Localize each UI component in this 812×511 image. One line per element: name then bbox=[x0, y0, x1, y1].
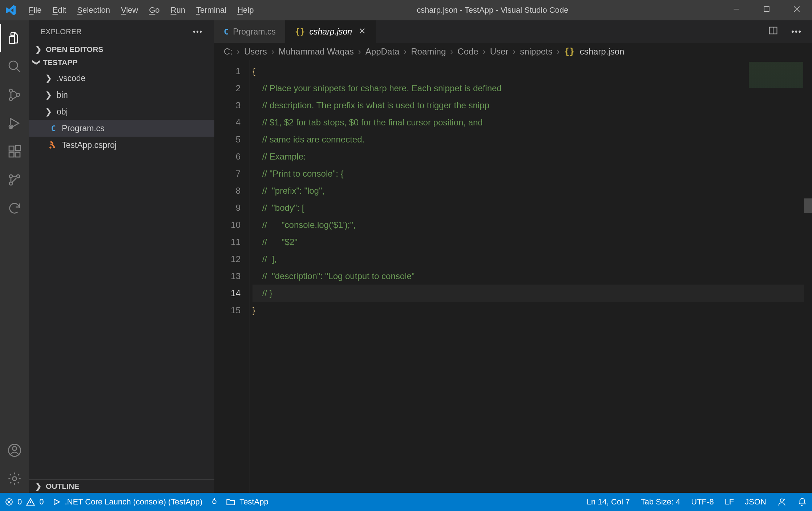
svg-point-2 bbox=[9, 89, 12, 92]
line-numbers: 123456789101112131415 bbox=[214, 60, 249, 493]
chevron-right-icon: › bbox=[235, 47, 242, 57]
tree-folder[interactable]: ❯bin bbox=[29, 86, 214, 103]
maximize-icon[interactable] bbox=[761, 5, 772, 15]
menu-selection[interactable]: Selection bbox=[77, 5, 110, 15]
code-line[interactable]: // Place your snippets for csharp here. … bbox=[253, 80, 812, 97]
encoding[interactable]: UTF-8 bbox=[691, 497, 714, 507]
svg-point-18 bbox=[780, 499, 784, 502]
code-line[interactable]: // } bbox=[253, 285, 812, 302]
svg-point-14 bbox=[13, 447, 17, 451]
code-line[interactable]: // "prefix": "log", bbox=[253, 182, 812, 199]
editor-more-icon[interactable]: ••• bbox=[791, 27, 802, 36]
breadcrumb-segment[interactable]: snippets bbox=[520, 47, 552, 57]
chevron-right-icon: › bbox=[356, 47, 363, 57]
json-file-icon: {} bbox=[295, 27, 305, 36]
notifications-icon[interactable] bbox=[797, 497, 807, 507]
code-editor[interactable]: { // Place your snippets for csharp here… bbox=[249, 60, 812, 493]
outline-header[interactable]: ❯ OUTLINE bbox=[29, 479, 214, 493]
feedback-icon[interactable] bbox=[777, 497, 787, 507]
folder-header[interactable]: ❯ TESTAPP bbox=[29, 56, 214, 69]
xml-file-icon bbox=[49, 141, 58, 149]
code-line[interactable]: // "Print to console": { bbox=[253, 165, 812, 182]
svg-point-1 bbox=[9, 61, 17, 69]
close-icon[interactable] bbox=[792, 5, 802, 15]
split-editor-icon[interactable] bbox=[768, 25, 778, 38]
menu-view[interactable]: View bbox=[121, 5, 138, 15]
chevron-right-icon: › bbox=[510, 47, 518, 57]
chevron-right-icon: ❯ bbox=[44, 73, 53, 83]
vscode-logo-icon bbox=[5, 4, 25, 16]
minimap[interactable] bbox=[749, 60, 803, 493]
menu-run[interactable]: Run bbox=[171, 5, 185, 15]
tab-program-cs[interactable]: C Program.cs bbox=[214, 20, 286, 43]
file-tree: ❯.vscode❯bin❯objCProgram.csTestApp.cspro… bbox=[29, 69, 214, 157]
code-line[interactable]: // Example: bbox=[253, 148, 812, 165]
cursor-position[interactable]: Ln 14, Col 7 bbox=[587, 497, 630, 507]
csharp-file-icon: C bbox=[224, 27, 229, 36]
tree-label: bin bbox=[57, 90, 68, 100]
tree-file[interactable]: CProgram.cs bbox=[29, 120, 214, 137]
activity-settings-icon[interactable] bbox=[0, 464, 29, 493]
activity-extensions-icon[interactable] bbox=[0, 137, 29, 166]
vertical-scrollbar[interactable] bbox=[804, 60, 812, 493]
code-line[interactable]: // "description": "Log output to console… bbox=[253, 267, 812, 285]
close-icon[interactable] bbox=[359, 27, 366, 37]
activity-search-icon[interactable] bbox=[0, 52, 29, 81]
chevron-right-icon: ❯ bbox=[44, 107, 53, 117]
breadcrumb-segment[interactable]: AppData bbox=[365, 47, 399, 57]
code-line[interactable]: // $1, $2 for tab stops, $0 for the fina… bbox=[253, 114, 812, 131]
chevron-right-icon: ❯ bbox=[44, 90, 53, 100]
menu-file[interactable]: File bbox=[29, 5, 41, 15]
breadcrumb-segment[interactable]: csharp.json bbox=[580, 47, 625, 57]
tab-label: csharp.json bbox=[310, 27, 352, 37]
status-problems[interactable]: 0 0 bbox=[5, 497, 44, 507]
breadcrumb-segment[interactable]: Roaming bbox=[411, 47, 446, 57]
code-line[interactable]: { bbox=[253, 63, 812, 80]
breadcrumb-segment[interactable]: C: bbox=[224, 47, 233, 57]
breadcrumb-segment[interactable]: User bbox=[490, 47, 509, 57]
tree-folder[interactable]: ❯.vscode bbox=[29, 70, 214, 86]
sidebar-more-icon[interactable]: ••• bbox=[193, 28, 203, 36]
tree-file[interactable]: TestApp.csproj bbox=[29, 137, 214, 153]
code-line[interactable]: // same ids are connected. bbox=[253, 131, 812, 148]
code-line[interactable]: // ], bbox=[253, 250, 812, 267]
eol[interactable]: LF bbox=[725, 497, 734, 507]
open-editors-header[interactable]: ❯ OPEN EDITORS bbox=[29, 43, 214, 56]
breadcrumb-segment[interactable]: Muhammad Waqas bbox=[279, 47, 354, 57]
chevron-right-icon: › bbox=[481, 47, 488, 57]
svg-point-15 bbox=[13, 477, 17, 481]
svg-rect-7 bbox=[9, 152, 14, 157]
breadcrumb-segment[interactable]: Code bbox=[457, 47, 478, 57]
menu-help[interactable]: Help bbox=[237, 5, 254, 15]
tab-csharp-json[interactable]: {} csharp.json bbox=[286, 20, 376, 43]
chevron-right-icon: › bbox=[269, 47, 276, 57]
tree-folder[interactable]: ❯obj bbox=[29, 103, 214, 120]
status-debug[interactable]: .NET Core Launch (console) (TestApp) bbox=[52, 497, 203, 507]
code-line[interactable]: } bbox=[253, 302, 812, 319]
activity-sync-icon[interactable] bbox=[0, 194, 29, 222]
activity-scm-icon[interactable] bbox=[0, 81, 29, 109]
activity-account-icon[interactable] bbox=[0, 436, 29, 464]
tree-label: obj bbox=[57, 107, 68, 117]
breadcrumbs[interactable]: C:›Users›Muhammad Waqas›AppData›Roaming›… bbox=[214, 43, 812, 60]
status-project[interactable]: TestApp bbox=[226, 497, 268, 507]
breadcrumb-segment[interactable]: Users bbox=[244, 47, 267, 57]
editor-group: C Program.cs {} csharp.json ••• C:›Users… bbox=[214, 20, 812, 493]
svg-rect-8 bbox=[15, 152, 20, 157]
minimize-icon[interactable] bbox=[731, 5, 742, 15]
menu-go[interactable]: Go bbox=[149, 5, 159, 15]
code-line[interactable]: // "console.log('$1');", bbox=[253, 216, 812, 233]
indent-setting[interactable]: Tab Size: 4 bbox=[641, 497, 680, 507]
code-line[interactable]: // "body": [ bbox=[253, 199, 812, 216]
menu-terminal[interactable]: Terminal bbox=[196, 5, 226, 15]
activity-references-icon[interactable] bbox=[0, 166, 29, 194]
status-fire-icon[interactable] bbox=[210, 498, 218, 506]
activity-explorer-icon[interactable] bbox=[0, 24, 29, 52]
svg-point-12 bbox=[17, 175, 20, 178]
code-line[interactable]: // "$2" bbox=[253, 233, 812, 250]
activity-run-icon[interactable] bbox=[0, 109, 29, 137]
code-line[interactable]: // description. The prefix is what is us… bbox=[253, 97, 812, 114]
menu-edit[interactable]: Edit bbox=[52, 5, 66, 15]
language-mode[interactable]: JSON bbox=[745, 497, 766, 507]
folder-name: TESTAPP bbox=[43, 58, 77, 67]
